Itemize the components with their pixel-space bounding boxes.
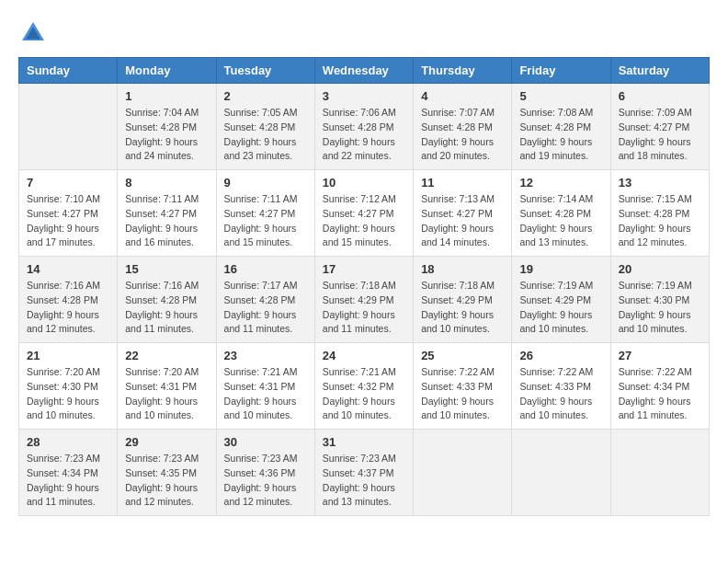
day-info: Sunrise: 7:18 AMSunset: 4:29 PMDaylight:…	[421, 279, 504, 337]
day-info: Sunrise: 7:14 AMSunset: 4:28 PMDaylight:…	[519, 192, 602, 250]
calendar-day-cell: 20Sunrise: 7:19 AMSunset: 4:30 PMDayligh…	[610, 257, 709, 343]
calendar-day-cell: 17Sunrise: 7:18 AMSunset: 4:29 PMDayligh…	[314, 257, 413, 343]
day-number: 14	[27, 262, 109, 276]
day-number: 2	[224, 89, 307, 103]
calendar-week-row: 7Sunrise: 7:10 AMSunset: 4:27 PMDaylight…	[19, 170, 710, 257]
calendar-day-cell: 8Sunrise: 7:11 AMSunset: 4:27 PMDaylight…	[118, 170, 216, 257]
day-number: 13	[619, 176, 701, 190]
day-number: 30	[224, 435, 307, 449]
day-number: 11	[421, 176, 504, 190]
day-number: 6	[619, 89, 701, 103]
calendar-day-cell: 29Sunrise: 7:23 AMSunset: 4:35 PMDayligh…	[118, 430, 216, 516]
day-info: Sunrise: 7:12 AMSunset: 4:27 PMDaylight:…	[323, 192, 405, 250]
day-number: 5	[519, 89, 602, 103]
calendar-week-row: 1Sunrise: 7:04 AMSunset: 4:28 PMDaylight…	[19, 84, 710, 170]
day-info: Sunrise: 7:10 AMSunset: 4:27 PMDaylight:…	[27, 192, 109, 250]
day-info: Sunrise: 7:23 AMSunset: 4:34 PMDaylight:…	[27, 452, 109, 510]
day-info: Sunrise: 7:23 AMSunset: 4:37 PMDaylight:…	[323, 452, 405, 510]
day-number: 17	[323, 262, 405, 276]
calendar-day-cell: 22Sunrise: 7:20 AMSunset: 4:31 PMDayligh…	[118, 343, 216, 430]
calendar-day-cell: 25Sunrise: 7:22 AMSunset: 4:33 PMDayligh…	[414, 343, 512, 430]
day-number: 10	[323, 176, 405, 190]
day-number: 8	[125, 176, 208, 190]
day-number: 4	[421, 89, 504, 103]
day-number: 3	[323, 89, 405, 103]
day-info: Sunrise: 7:21 AMSunset: 4:31 PMDaylight:…	[224, 365, 307, 423]
calendar-day-cell	[19, 84, 118, 170]
day-info: Sunrise: 7:22 AMSunset: 4:33 PMDaylight:…	[421, 365, 504, 423]
calendar-day-cell: 28Sunrise: 7:23 AMSunset: 4:34 PMDayligh…	[19, 430, 118, 516]
calendar-day-cell: 1Sunrise: 7:04 AMSunset: 4:28 PMDaylight…	[118, 84, 216, 170]
day-info: Sunrise: 7:21 AMSunset: 4:32 PMDaylight:…	[323, 365, 405, 423]
day-number: 19	[519, 262, 602, 276]
day-info: Sunrise: 7:23 AMSunset: 4:35 PMDaylight:…	[125, 452, 208, 510]
day-number: 24	[323, 349, 405, 362]
weekday-header: Friday	[512, 58, 610, 84]
day-info: Sunrise: 7:16 AMSunset: 4:28 PMDaylight:…	[27, 279, 109, 337]
weekday-header: Sunday	[19, 58, 118, 84]
calendar-day-cell: 10Sunrise: 7:12 AMSunset: 4:27 PMDayligh…	[314, 170, 413, 257]
day-info: Sunrise: 7:09 AMSunset: 4:27 PMDaylight:…	[619, 106, 701, 164]
day-number: 9	[224, 176, 307, 190]
day-number: 12	[519, 176, 602, 190]
day-info: Sunrise: 7:23 AMSunset: 4:36 PMDaylight:…	[224, 452, 307, 510]
day-number: 18	[421, 262, 504, 276]
calendar-day-cell: 14Sunrise: 7:16 AMSunset: 4:28 PMDayligh…	[19, 257, 118, 343]
calendar-day-cell: 19Sunrise: 7:19 AMSunset: 4:29 PMDayligh…	[512, 257, 610, 343]
day-number: 16	[224, 262, 307, 276]
page-header	[18, 18, 710, 48]
day-number: 20	[619, 262, 701, 276]
day-info: Sunrise: 7:11 AMSunset: 4:27 PMDaylight:…	[125, 192, 208, 250]
calendar-day-cell: 12Sunrise: 7:14 AMSunset: 4:28 PMDayligh…	[512, 170, 610, 257]
calendar-day-cell: 2Sunrise: 7:05 AMSunset: 4:28 PMDaylight…	[216, 84, 314, 170]
calendar-day-cell: 21Sunrise: 7:20 AMSunset: 4:30 PMDayligh…	[19, 343, 118, 430]
weekday-header: Wednesday	[314, 58, 413, 84]
weekday-header: Tuesday	[216, 58, 314, 84]
day-info: Sunrise: 7:18 AMSunset: 4:29 PMDaylight:…	[323, 279, 405, 337]
logo-icon	[18, 18, 48, 48]
calendar-table: SundayMondayTuesdayWednesdayThursdayFrid…	[18, 57, 710, 516]
calendar-day-cell: 24Sunrise: 7:21 AMSunset: 4:32 PMDayligh…	[314, 343, 413, 430]
calendar-day-cell: 16Sunrise: 7:17 AMSunset: 4:28 PMDayligh…	[216, 257, 314, 343]
calendar-day-cell: 3Sunrise: 7:06 AMSunset: 4:28 PMDaylight…	[314, 84, 413, 170]
calendar-day-cell: 15Sunrise: 7:16 AMSunset: 4:28 PMDayligh…	[118, 257, 216, 343]
day-info: Sunrise: 7:15 AMSunset: 4:28 PMDaylight:…	[619, 192, 701, 250]
day-info: Sunrise: 7:11 AMSunset: 4:27 PMDaylight:…	[224, 192, 307, 250]
calendar-week-row: 28Sunrise: 7:23 AMSunset: 4:34 PMDayligh…	[19, 430, 710, 516]
calendar-day-cell: 31Sunrise: 7:23 AMSunset: 4:37 PMDayligh…	[314, 430, 413, 516]
day-number: 25	[421, 349, 504, 362]
calendar-day-cell: 5Sunrise: 7:08 AMSunset: 4:28 PMDaylight…	[512, 84, 610, 170]
calendar-week-row: 14Sunrise: 7:16 AMSunset: 4:28 PMDayligh…	[19, 257, 710, 343]
calendar-day-cell: 27Sunrise: 7:22 AMSunset: 4:34 PMDayligh…	[610, 343, 709, 430]
day-info: Sunrise: 7:19 AMSunset: 4:29 PMDaylight:…	[519, 279, 602, 337]
day-number: 21	[27, 349, 109, 362]
day-number: 29	[125, 435, 208, 449]
day-number: 22	[125, 349, 208, 362]
calendar-week-row: 21Sunrise: 7:20 AMSunset: 4:30 PMDayligh…	[19, 343, 710, 430]
calendar-header-row: SundayMondayTuesdayWednesdayThursdayFrid…	[19, 58, 710, 84]
day-info: Sunrise: 7:04 AMSunset: 4:28 PMDaylight:…	[125, 106, 208, 164]
day-info: Sunrise: 7:20 AMSunset: 4:30 PMDaylight:…	[27, 365, 109, 423]
day-info: Sunrise: 7:19 AMSunset: 4:30 PMDaylight:…	[619, 279, 701, 337]
calendar-day-cell: 18Sunrise: 7:18 AMSunset: 4:29 PMDayligh…	[414, 257, 512, 343]
day-info: Sunrise: 7:22 AMSunset: 4:33 PMDaylight:…	[519, 365, 602, 423]
calendar-day-cell: 4Sunrise: 7:07 AMSunset: 4:28 PMDaylight…	[414, 84, 512, 170]
day-number: 27	[619, 349, 701, 362]
weekday-header: Saturday	[610, 58, 709, 84]
day-info: Sunrise: 7:06 AMSunset: 4:28 PMDaylight:…	[323, 106, 405, 164]
day-number: 15	[125, 262, 208, 276]
day-number: 7	[27, 176, 109, 190]
calendar-day-cell: 7Sunrise: 7:10 AMSunset: 4:27 PMDaylight…	[19, 170, 118, 257]
calendar-day-cell	[414, 430, 512, 516]
calendar-day-cell: 11Sunrise: 7:13 AMSunset: 4:27 PMDayligh…	[414, 170, 512, 257]
calendar-day-cell: 30Sunrise: 7:23 AMSunset: 4:36 PMDayligh…	[216, 430, 314, 516]
weekday-header: Thursday	[414, 58, 512, 84]
day-info: Sunrise: 7:08 AMSunset: 4:28 PMDaylight:…	[519, 106, 602, 164]
calendar-day-cell: 13Sunrise: 7:15 AMSunset: 4:28 PMDayligh…	[610, 170, 709, 257]
day-info: Sunrise: 7:13 AMSunset: 4:27 PMDaylight:…	[421, 192, 504, 250]
calendar-day-cell	[512, 430, 610, 516]
day-number: 26	[519, 349, 602, 362]
calendar-day-cell	[610, 430, 709, 516]
day-info: Sunrise: 7:17 AMSunset: 4:28 PMDaylight:…	[224, 279, 307, 337]
day-number: 31	[323, 435, 405, 449]
